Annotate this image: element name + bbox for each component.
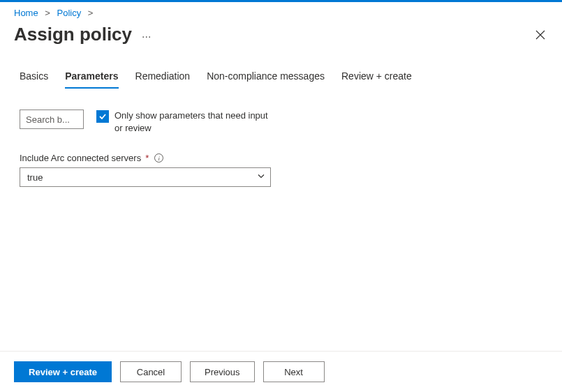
close-icon: [535, 30, 545, 40]
search-input[interactable]: [20, 110, 84, 129]
include-arc-select[interactable]: true: [20, 167, 271, 187]
content-area: Basics Parameters Remediation Non-compli…: [0, 52, 562, 342]
required-indicator: *: [145, 153, 149, 163]
breadcrumb-policy[interactable]: Policy: [57, 8, 82, 18]
filter-row: Only show parameters that need input or …: [20, 110, 548, 135]
close-button[interactable]: [533, 27, 548, 43]
tab-basics[interactable]: Basics: [20, 66, 48, 89]
breadcrumb-separator: >: [45, 8, 50, 18]
info-icon[interactable]: i: [154, 153, 163, 163]
breadcrumb-separator: >: [88, 8, 94, 18]
next-button[interactable]: Next: [263, 361, 325, 382]
cancel-button[interactable]: Cancel: [120, 361, 182, 382]
breadcrumb: Home > Policy >: [0, 2, 562, 21]
parameter-include-arc: Include Arc connected servers * i true: [20, 153, 548, 187]
tab-bar: Basics Parameters Remediation Non-compli…: [20, 66, 548, 89]
filter-checkbox[interactable]: [96, 110, 109, 123]
previous-button[interactable]: Previous: [190, 361, 255, 382]
tab-remediation[interactable]: Remediation: [135, 66, 191, 89]
footer-action-bar: Review + create Cancel Previous Next: [0, 351, 562, 392]
field-label-row: Include Arc connected servers * i: [20, 153, 548, 163]
field-label: Include Arc connected servers: [20, 153, 141, 163]
tab-review-create[interactable]: Review + create: [341, 66, 412, 89]
page-header: Assign policy ···: [0, 21, 562, 52]
filter-checkbox-label: Only show parameters that need input or …: [114, 110, 278, 135]
more-actions-button[interactable]: ···: [142, 27, 151, 43]
tab-parameters[interactable]: Parameters: [65, 66, 118, 89]
page-title: Assign policy: [14, 24, 132, 45]
breadcrumb-home[interactable]: Home: [14, 8, 38, 18]
select-value: true: [27, 172, 43, 183]
tab-non-compliance-messages[interactable]: Non-compliance messages: [207, 66, 325, 89]
filter-checkbox-group: Only show parameters that need input or …: [96, 110, 278, 135]
check-icon: [98, 112, 107, 121]
review-create-button[interactable]: Review + create: [14, 361, 112, 382]
